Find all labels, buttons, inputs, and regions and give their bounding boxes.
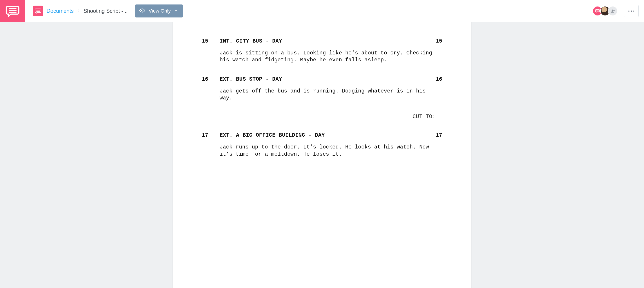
breadcrumb: Documents Shooting Script - .. View Only [25,5,183,18]
scene-heading-row: 15 INT. CITY BUS - DAY 15 [202,38,442,45]
scene-transition: CUT TO: [220,113,436,120]
scene-number-right: 16 [424,76,442,83]
topbar: Documents Shooting Script - .. View Only [0,0,644,22]
scene-heading-row: 17 EXT. A BIG OFFICE BUILDING - DAY 17 [202,132,442,139]
scene-number-left: 17 [202,132,220,139]
more-menu-button[interactable] [624,5,639,17]
scene-block: 16 EXT. BUS STOP - DAY 16 Jack gets off … [202,76,442,102]
scene-heading: INT. CITY BUS - DAY [220,38,424,45]
chat-bubble-icon [5,4,20,18]
scene-number-right: 17 [424,132,442,139]
view-mode-dropdown[interactable]: View Only [135,5,183,18]
svg-point-6 [142,10,143,11]
dot-icon [628,11,630,12]
chevron-down-icon [174,9,178,13]
avatar-stack[interactable] [592,6,618,16]
scene-block: 17 EXT. A BIG OFFICE BUILDING - DAY 17 J… [202,132,442,158]
scene-number-left: 16 [202,76,220,83]
script-page: 15 INT. CITY BUS - DAY 15 Jack is sittin… [173,22,471,288]
dot-icon [631,11,632,12]
scene-heading: EXT. A BIG OFFICE BUILDING - DAY [220,132,424,139]
topbar-right [592,0,639,22]
app-root: Documents Shooting Script - .. View Only [0,0,644,288]
scene-action: Jack gets off the bus and is running. Do… [220,88,436,101]
workspace: 15 INT. CITY BUS - DAY 15 Jack is sittin… [0,22,644,288]
scene-heading: EXT. BUS STOP - DAY [220,76,424,83]
scene-action: Jack is sitting on a bus. Looking like h… [220,50,436,63]
svg-point-9 [612,10,613,11]
scene-heading-row: 16 EXT. BUS STOP - DAY 16 [202,76,442,83]
chat-bubble-icon [35,8,41,14]
breadcrumb-root[interactable]: Documents [46,8,74,14]
view-mode-label: View Only [149,8,171,14]
scene-number-left: 15 [202,38,220,45]
app-logo[interactable] [0,0,25,22]
scene-number-right: 15 [424,38,442,45]
project-icon[interactable] [33,6,44,16]
avatar-add[interactable] [608,6,618,16]
dot-icon [633,11,634,12]
breadcrumb-current: Shooting Script - .. [84,8,128,14]
chat-bubble-icon [595,9,600,14]
scene-block: 15 INT. CITY BUS - DAY 15 Jack is sittin… [202,38,442,64]
eye-icon [139,8,145,14]
scene-action: Jack runs up to the door. It's locked. H… [220,143,436,158]
person-add-icon [610,9,615,14]
chevron-right-icon [77,9,80,13]
